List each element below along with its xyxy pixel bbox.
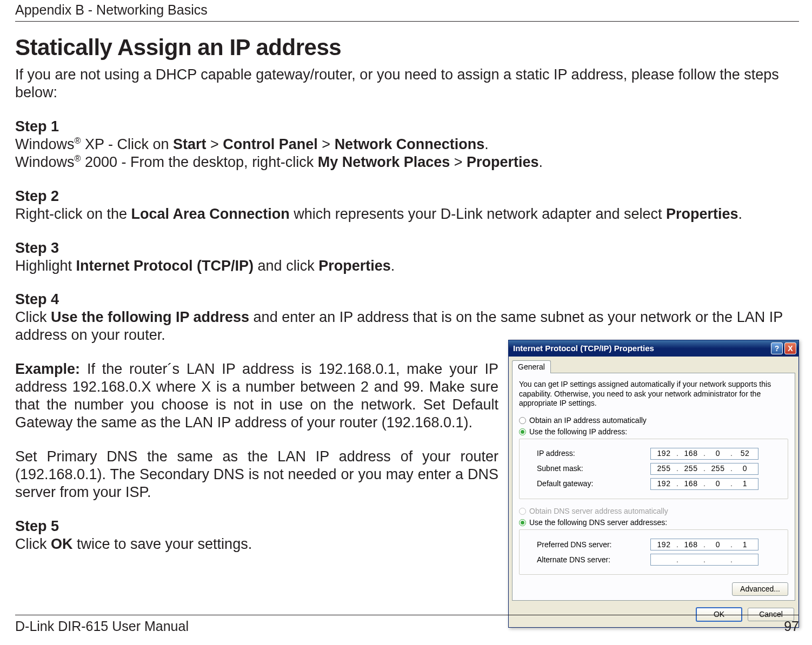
radio-inner bbox=[521, 419, 524, 422]
screenshot-dialog: Internet Protocol (TCP/IP) Properties ? … bbox=[508, 340, 799, 628]
text: . bbox=[391, 258, 395, 274]
ip-seg: 0 bbox=[706, 479, 730, 488]
advanced-row: Advanced... bbox=[519, 582, 788, 596]
dialog-titlebar[interactable]: Internet Protocol (TCP/IP) Properties ? … bbox=[509, 340, 798, 357]
step-1: Step 1 Windows® XP - Click on Start > Co… bbox=[15, 118, 799, 171]
dot: . bbox=[703, 555, 706, 565]
step-2: Step 2 Right-click on the Local Area Con… bbox=[15, 187, 799, 223]
dns-group: Preferred DNS server: 192. 168. 0. 1 bbox=[519, 529, 788, 575]
text: XP - Click on bbox=[81, 136, 173, 152]
tcpip-properties-dialog: Internet Protocol (TCP/IP) Properties ? … bbox=[508, 340, 799, 628]
step-2-header: Step 2 bbox=[15, 188, 59, 204]
radio-icon bbox=[519, 417, 526, 424]
radio-label: Obtain DNS server address automatically bbox=[529, 507, 668, 516]
page-footer: D-Link DIR-615 User Manual 97 bbox=[15, 615, 799, 634]
ip-address-input[interactable]: 192. 168. 0. 52 bbox=[650, 448, 758, 460]
ip-address-row: IP address: 192. 168. 0. 52 bbox=[537, 448, 782, 460]
step-3: Step 3 Highlight Internet Protocol (TCP/… bbox=[15, 239, 799, 275]
radio-inner bbox=[521, 509, 524, 513]
header-text: Appendix B - Networking Basics bbox=[15, 2, 208, 17]
text: and click bbox=[254, 258, 318, 274]
alternate-dns-input[interactable]: . . . bbox=[650, 554, 758, 566]
radio-obtain-ip-auto[interactable]: Obtain an IP address automatically bbox=[519, 416, 788, 425]
network-connections-label: Network Connections bbox=[335, 136, 485, 152]
ip-seg: 192 bbox=[652, 449, 676, 458]
reg-mark: ® bbox=[75, 153, 81, 163]
ip-seg: 0 bbox=[706, 540, 730, 549]
close-button[interactable]: X bbox=[784, 342, 796, 354]
text: Click bbox=[15, 536, 51, 552]
radio-use-following-ip[interactable]: Use the following IP address: bbox=[519, 427, 788, 436]
ip-seg: 52 bbox=[733, 449, 757, 458]
ip-seg: 255 bbox=[652, 464, 676, 473]
example-text-column: Example: If the router´s LAN IP address … bbox=[15, 344, 498, 569]
text: . bbox=[484, 136, 489, 152]
tab-general[interactable]: General bbox=[512, 360, 551, 373]
ok-label: OK bbox=[51, 536, 73, 552]
text: Windows bbox=[15, 154, 75, 170]
close-icon: X bbox=[788, 344, 793, 353]
dialog-title: Internet Protocol (TCP/IP) Properties bbox=[513, 344, 654, 353]
alternate-dns-label: Alternate DNS server: bbox=[537, 555, 650, 565]
body-content: If you are not using a DHCP capable gate… bbox=[15, 66, 799, 628]
subnet-mask-input[interactable]: 255. 255. 255. 0 bbox=[650, 463, 758, 475]
radio-icon bbox=[519, 428, 526, 435]
example-and-dialog: Example: If the router´s LAN IP address … bbox=[15, 344, 799, 628]
dot: . bbox=[730, 555, 733, 565]
radio-inner bbox=[521, 430, 524, 434]
ip-seg: 255 bbox=[679, 464, 703, 473]
default-gateway-label: Default gateway: bbox=[537, 479, 650, 488]
radio-label: Use the following IP address: bbox=[529, 427, 627, 436]
step-5-header: Step 5 bbox=[15, 518, 59, 534]
text: Click bbox=[15, 309, 51, 325]
example-paragraph-2: Set Primary DNS the same as the LAN IP a… bbox=[15, 448, 498, 501]
ip-seg: 168 bbox=[679, 479, 703, 488]
radio-use-following-dns[interactable]: Use the following DNS server addresses: bbox=[519, 518, 788, 527]
control-panel-label: Control Panel bbox=[223, 136, 318, 152]
ip-seg: 255 bbox=[706, 464, 730, 473]
preferred-dns-row: Preferred DNS server: 192. 168. 0. 1 bbox=[537, 539, 782, 550]
preferred-dns-input[interactable]: 192. 168. 0. 1 bbox=[650, 539, 758, 550]
radio-obtain-dns-auto: Obtain DNS server address automatically bbox=[519, 507, 788, 516]
text: If the router´s LAN IP address is 192.16… bbox=[15, 361, 498, 431]
advanced-button[interactable]: Advanced... bbox=[732, 582, 788, 596]
text: > bbox=[207, 136, 223, 152]
subnet-mask-row: Subnet mask: 255. 255. 255. 0 bbox=[537, 463, 782, 475]
text: twice to save your settings. bbox=[73, 536, 252, 552]
running-header: Appendix B - Networking Basics bbox=[15, 0, 799, 22]
step-4: Step 4 Click Use the following IP addres… bbox=[15, 291, 799, 344]
default-gateway-input[interactable]: 192. 168. 0. 1 bbox=[650, 478, 758, 490]
help-button[interactable]: ? bbox=[771, 342, 783, 354]
step-1-header: Step 1 bbox=[15, 118, 59, 135]
ip-seg: 168 bbox=[679, 540, 703, 549]
footer-left: D-Link DIR-615 User Manual bbox=[15, 619, 189, 634]
ip-seg: 168 bbox=[679, 449, 703, 458]
use-following-ip-label: Use the following IP address bbox=[51, 309, 249, 325]
section-title: Statically Assign an IP address bbox=[15, 35, 799, 61]
text: which represents your D-Link network ada… bbox=[290, 206, 666, 222]
preferred-dns-label: Preferred DNS server: bbox=[537, 540, 650, 549]
example-paragraph-1: Example: If the router´s LAN IP address … bbox=[15, 360, 498, 432]
radio-inner bbox=[521, 521, 524, 525]
properties-label: Properties bbox=[666, 206, 738, 222]
radio-icon bbox=[519, 519, 526, 526]
subnet-mask-label: Subnet mask: bbox=[537, 464, 650, 473]
ip-seg: 1 bbox=[733, 479, 757, 488]
text: . bbox=[738, 206, 743, 222]
ip-seg: 1 bbox=[733, 540, 757, 549]
help-icon: ? bbox=[775, 344, 780, 353]
ip-seg: 0 bbox=[706, 449, 730, 458]
intro-paragraph: If you are not using a DHCP capable gate… bbox=[15, 66, 799, 102]
text: Highlight bbox=[15, 258, 76, 274]
ip-address-label: IP address: bbox=[537, 449, 650, 458]
text: . bbox=[539, 154, 543, 170]
step-4-header: Step 4 bbox=[15, 291, 59, 307]
properties-label: Properties bbox=[467, 154, 539, 170]
default-gateway-row: Default gateway: 192. 168. 0. 1 bbox=[537, 478, 782, 490]
text: Right-click on the bbox=[15, 206, 131, 222]
tab-body: You can get IP settings assigned automat… bbox=[512, 373, 795, 601]
ip-group: IP address: 192. 168. 0. 52 Su bbox=[519, 439, 788, 499]
text: > bbox=[318, 136, 335, 152]
step-5: Step 5 Click OK twice to save your setti… bbox=[15, 518, 498, 553]
tcpip-label: Internet Protocol (TCP/IP) bbox=[76, 258, 254, 274]
